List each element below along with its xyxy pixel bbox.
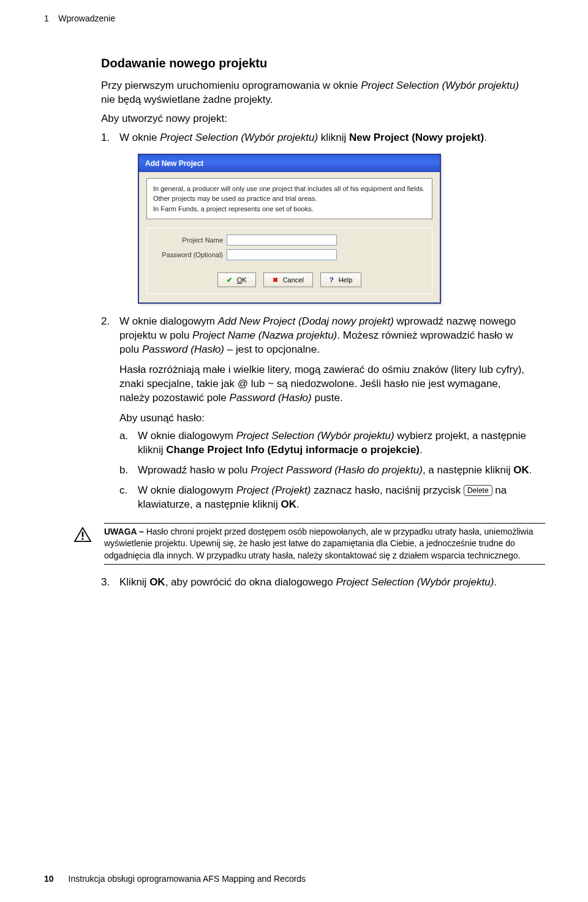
caution-block: UWAGA – Hasło chroni projekt przed dostę…: [74, 523, 588, 565]
dialog-titlebar: Add New Project: [139, 155, 440, 172]
ok-button-label: OK: [237, 276, 247, 285]
step-2c: c. W oknie dialogowym Project (Projekt) …: [119, 484, 533, 512]
step-1: W oknie Project Selection (Wybór projekt…: [101, 131, 533, 304]
project-name-label: Project Name: [153, 236, 227, 245]
step-3-wrap: Kliknij OK, aby powrócić do okna dialogo…: [101, 576, 588, 590]
check-icon: ✔: [227, 276, 232, 285]
step-2b: b. Wprowadź hasło w polu Project Passwor…: [119, 464, 533, 478]
step-list: W oknie Project Selection (Wybór projekt…: [101, 131, 533, 512]
warning-icon: [74, 527, 92, 543]
section-title: Dodawanie nowego projektu: [101, 56, 533, 70]
x-icon: ✖: [273, 276, 278, 285]
cancel-button[interactable]: ✖ Cancel: [263, 272, 313, 287]
svg-rect-2: [82, 538, 84, 539]
caution-text: UWAGA – Hasło chroni projekt przed dostę…: [104, 523, 545, 565]
step-3: Kliknij OK, aby powrócić do okna dialogo…: [101, 576, 533, 590]
dialog-body: In general, a producer will only use one…: [139, 172, 440, 303]
question-icon: ?: [330, 276, 334, 285]
svg-rect-1: [82, 532, 84, 536]
delete-key: Delete: [464, 485, 492, 496]
dialog-description: In general, a producer will only use one…: [146, 178, 432, 220]
dialog-button-row: ✔ OK ✖ Cancel ? Help: [147, 272, 432, 287]
page-footer: 10Instrukcja obsługi oprogramowania AFS …: [44, 874, 306, 884]
ok-button[interactable]: ✔ OK: [217, 272, 256, 287]
project-name-input[interactable]: [227, 235, 337, 246]
help-button-label: Help: [339, 276, 353, 285]
cancel-button-label: Cancel: [283, 276, 304, 285]
password-row: Password (Optional): [153, 249, 426, 260]
footer-doc-title: Instrukcja obsługi oprogramowania AFS Ma…: [69, 874, 306, 884]
add-new-project-dialog: Add New Project In general, a producer w…: [138, 154, 441, 304]
running-header: 1 Wprowadzenie: [0, 0, 588, 23]
project-name-row: Project Name: [153, 235, 426, 246]
dialog-form: Project Name Password (Optional) ✔ OK: [146, 228, 432, 294]
help-button[interactable]: ? Help: [320, 272, 361, 287]
step-2a: a. W oknie dialogowym Project Selection …: [119, 429, 533, 457]
step-2: W oknie dialogowym Add New Project (Doda…: [101, 315, 533, 511]
password-label: Password (Optional): [153, 250, 227, 260]
step-2-sublist: a. W oknie dialogowym Project Selection …: [119, 429, 533, 512]
page-number: 10: [44, 874, 54, 884]
intro-paragraph-1: Przy pierwszym uruchomieniu oprogramowan…: [101, 79, 533, 107]
step-2-paragraph-3: Aby usunąć hasło:: [119, 412, 533, 426]
chapter-number: 1: [44, 13, 49, 23]
step-2-paragraph-2: Hasła rozróżniają małe i wielkie litery,…: [119, 363, 533, 405]
main-content: Dodawanie nowego projektu Przy pierwszym…: [0, 23, 588, 512]
intro-paragraph-2: Aby utworzyć nowy projekt:: [101, 112, 533, 126]
chapter-title: Wprowadzenie: [58, 13, 115, 23]
password-input[interactable]: [227, 249, 337, 260]
